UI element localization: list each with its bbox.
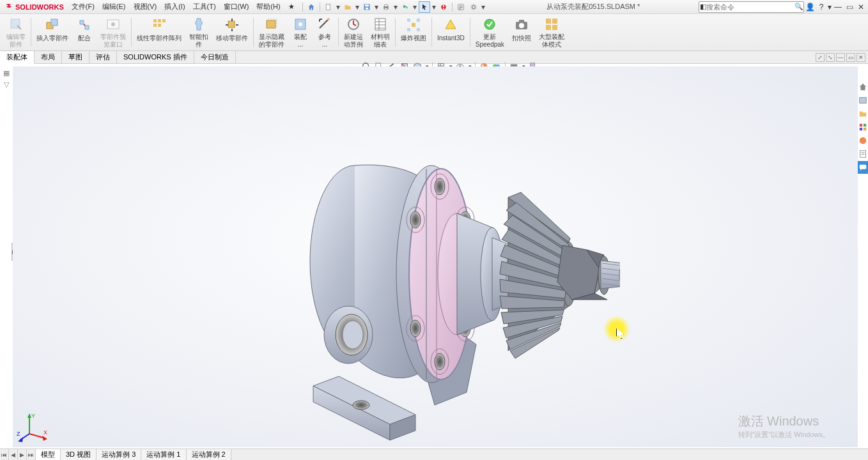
save-dropdown[interactable]: ▾ <box>374 1 379 13</box>
svg-rect-33 <box>407 19 410 22</box>
edit-part-button[interactable]: 编辑零 部件 <box>3 15 29 49</box>
fm-filter-icon[interactable]: ▽ <box>1 79 12 89</box>
svg-rect-63 <box>864 128 866 130</box>
sheet-tab-motion1[interactable]: 运动算例 1 <box>141 449 186 460</box>
svg-rect-3 <box>365 7 368 9</box>
tp-explorer-icon[interactable] <box>858 107 868 120</box>
select-button[interactable] <box>419 1 430 13</box>
print-dropdown[interactable]: ▾ <box>393 1 398 13</box>
svg-point-80 <box>435 353 445 370</box>
reference-button[interactable]: 参考 ... <box>313 15 337 49</box>
explode-button[interactable]: 爆炸视图 <box>397 15 430 49</box>
sheet-tab-motion3[interactable]: 运动算例 3 <box>97 449 141 460</box>
undo-button[interactable] <box>399 1 411 13</box>
sheet-tab-3dview[interactable]: 3D 视图 <box>61 449 97 460</box>
bom-button[interactable]: 材料明 细表 <box>367 15 394 49</box>
menu-insert[interactable]: 插入(I) <box>160 1 189 13</box>
tab-sw-addins[interactable]: SOLIDWORKS 插件 <box>117 51 194 63</box>
new-dropdown[interactable]: ▾ <box>336 1 341 13</box>
tp-view-palette-icon[interactable] <box>858 121 868 134</box>
search-scope-icon[interactable]: ◧ <box>699 3 706 11</box>
motion-study-button[interactable]: 新建运 动算例 <box>340 15 367 49</box>
print-button[interactable] <box>380 1 392 13</box>
options-button[interactable] <box>455 1 467 13</box>
tp-appearance-icon[interactable] <box>858 134 868 147</box>
save-button[interactable] <box>361 1 373 13</box>
move-part-button[interactable]: 移动零部件 <box>212 15 252 49</box>
quick-access-toolbar: ▾ ▾ ▾ ▾ ▾ ▾ ▾ <box>298 1 488 13</box>
instant3d-button[interactable]: Instant3D <box>433 15 469 49</box>
viewport-expand-icon[interactable]: ⤢ <box>816 53 825 62</box>
smart-fastener-button[interactable]: 智能扣 件 <box>185 15 212 49</box>
tab-sketch[interactable]: 草图 <box>62 51 89 63</box>
toggle-parts-button[interactable]: 显示隐藏 的零部件 <box>255 15 288 49</box>
select-dropdown[interactable]: ▾ <box>431 1 437 13</box>
viewport-restore-icon[interactable]: ▭ <box>846 53 855 62</box>
search-input[interactable] <box>706 3 794 11</box>
new-button[interactable] <box>323 1 334 13</box>
search-icon[interactable]: 🔍 <box>794 3 803 11</box>
sheet-tab-motion2[interactable]: 运动算例 2 <box>187 449 231 460</box>
tab-today[interactable]: 今日制造 <box>194 51 236 63</box>
svg-rect-5 <box>384 4 387 6</box>
undo-dropdown[interactable]: ▾ <box>412 1 417 13</box>
sheet-tab-model[interactable]: 模型 <box>36 449 61 460</box>
menu-view[interactable]: 视图(V) <box>130 1 161 13</box>
open-dropdown[interactable]: ▾ <box>355 1 360 13</box>
viewport-collapse-icon[interactable]: ⤡ <box>826 53 835 62</box>
svg-rect-13 <box>459 8 461 9</box>
speedpak-button[interactable]: 更新 Speedpak <box>472 15 508 49</box>
tab-evaluate[interactable]: 评估 <box>89 51 117 63</box>
menu-window[interactable]: 窗口(W) <box>220 1 253 13</box>
menu-help[interactable]: 帮助(H) <box>252 1 284 13</box>
assembly-features-button[interactable]: 装配 ... <box>288 15 313 49</box>
svg-marker-99 <box>42 436 47 441</box>
svg-rect-20 <box>153 19 157 22</box>
menu-star[interactable]: ★ <box>284 1 298 12</box>
menu-tools[interactable]: 工具(T) <box>189 1 220 13</box>
tp-property-icon[interactable] <box>858 148 868 160</box>
tp-home-icon[interactable] <box>858 80 868 93</box>
tab-layout[interactable]: 布局 <box>35 51 62 63</box>
viewport-close-icon[interactable]: ✕ <box>856 53 865 62</box>
tab-assembly[interactable]: 装配体 <box>0 51 35 64</box>
snapshot-button[interactable]: 扣快照 <box>508 15 535 49</box>
help-dropdown[interactable]: ▾ <box>827 1 832 13</box>
tp-library-icon[interactable] <box>858 94 868 107</box>
orientation-triad[interactable]: Y X Z <box>17 411 49 443</box>
graphics-area[interactable]: Y X Z 激活 Windows 转到"设置"以激活 Windows。 <box>13 66 858 447</box>
open-button[interactable] <box>342 1 353 13</box>
preview-button[interactable]: 零部件预 览窗口 <box>97 15 130 49</box>
menu-edit[interactable]: 编辑(E) <box>98 1 130 13</box>
svg-rect-42 <box>552 19 557 24</box>
viewport-minimize-icon[interactable]: — <box>836 53 845 62</box>
help-icon[interactable]: ? <box>816 1 827 13</box>
svg-rect-66 <box>861 152 864 153</box>
close-button[interactable]: ✕ <box>855 1 867 13</box>
fm-tree-icon[interactable]: ▦ <box>1 68 12 78</box>
svg-rect-11 <box>459 5 463 6</box>
insert-parts-button[interactable]: 插入零部件 <box>33 15 72 49</box>
home-button[interactable] <box>306 1 317 13</box>
menu-file[interactable]: 文件(F) <box>68 1 98 13</box>
tp-forum-icon[interactable] <box>858 161 868 174</box>
tab-nav-last[interactable]: ⏭ <box>27 449 36 460</box>
minimize-button[interactable]: — <box>832 1 844 13</box>
settings-dropdown[interactable]: ▾ <box>481 1 486 13</box>
rebuild-button[interactable] <box>438 1 449 13</box>
svg-marker-102 <box>18 437 23 442</box>
settings-button[interactable] <box>468 1 479 13</box>
tab-nav-next[interactable]: ▶ <box>18 449 27 460</box>
linear-pattern-button[interactable]: 线性零部件阵列 <box>133 15 185 49</box>
feature-manager-flyout[interactable]: ▦ ▽ <box>1 68 13 91</box>
svg-rect-41 <box>546 19 551 24</box>
large-assembly-button[interactable]: 大型装配 体模式 <box>535 15 568 49</box>
svg-rect-60 <box>860 124 862 126</box>
svg-rect-22 <box>162 19 166 22</box>
tab-nav-first[interactable]: ⏮ <box>0 449 9 460</box>
login-icon[interactable]: 👤 <box>804 1 816 13</box>
mate-button[interactable]: 配合 <box>72 15 97 49</box>
maximize-button[interactable]: ▭ <box>844 1 855 13</box>
search-box[interactable]: ◧ 🔍 <box>699 1 804 13</box>
tab-nav-prev[interactable]: ◀ <box>9 449 18 460</box>
